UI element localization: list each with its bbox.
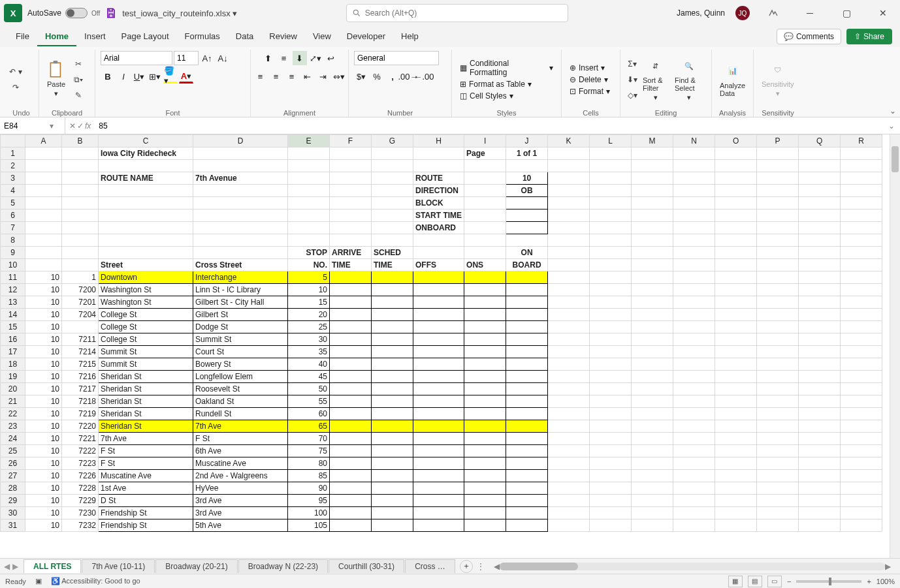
cell[interactable] — [632, 209, 673, 222]
cell[interactable] — [715, 482, 757, 495]
cell[interactable] — [632, 408, 673, 420]
cell[interactable]: BOARD — [506, 259, 548, 271]
cell[interactable] — [632, 507, 673, 519]
cell[interactable] — [413, 420, 464, 433]
spreadsheet-grid[interactable]: ABCDEFGHIJKLMNOPQR1Iowa City RidecheckPa… — [0, 134, 900, 558]
row-header[interactable]: 23 — [1, 420, 25, 433]
cell[interactable]: 7th Ave — [99, 433, 193, 445]
cell[interactable] — [590, 234, 632, 247]
cell[interactable] — [413, 358, 464, 371]
cell[interactable] — [506, 296, 548, 309]
sheet-tab[interactable]: ALL RTES — [24, 559, 81, 573]
cell[interactable] — [632, 197, 673, 209]
cell[interactable] — [841, 160, 882, 172]
cell[interactable] — [590, 160, 632, 172]
cell[interactable] — [841, 495, 882, 507]
cell[interactable] — [673, 358, 715, 371]
cell[interactable]: 40 — [288, 358, 330, 371]
cell[interactable] — [548, 247, 590, 259]
cell[interactable] — [673, 445, 715, 457]
cell[interactable] — [288, 185, 330, 197]
cell[interactable] — [548, 457, 590, 470]
cell[interactable]: Summit St — [193, 333, 288, 346]
cell[interactable] — [757, 284, 799, 296]
cell[interactable] — [715, 395, 757, 408]
sheet-tab[interactable]: Cross … — [405, 559, 455, 573]
cell[interactable] — [506, 470, 548, 482]
comments-button[interactable]: 💬 Comments — [777, 29, 841, 44]
cell[interactable] — [715, 358, 757, 371]
row-header[interactable]: 13 — [1, 296, 25, 309]
cell[interactable] — [673, 371, 715, 383]
cell[interactable] — [590, 197, 632, 209]
ribbon-tab-file[interactable]: File — [8, 27, 37, 46]
cell[interactable] — [590, 172, 632, 185]
cell[interactable] — [632, 296, 673, 309]
cell[interactable] — [715, 259, 757, 271]
cell[interactable] — [799, 333, 841, 346]
cell[interactable] — [632, 284, 673, 296]
cell[interactable] — [799, 445, 841, 457]
cell[interactable] — [548, 371, 590, 383]
cell[interactable] — [99, 160, 193, 172]
cell[interactable] — [288, 209, 330, 222]
cell[interactable] — [632, 495, 673, 507]
cell[interactable]: 10 — [25, 296, 62, 309]
cell[interactable] — [673, 395, 715, 408]
cell[interactable] — [548, 358, 590, 371]
cell[interactable] — [757, 470, 799, 482]
cell[interactable] — [590, 296, 632, 309]
cell[interactable] — [372, 172, 413, 185]
cell[interactable] — [673, 433, 715, 445]
cell[interactable] — [288, 160, 330, 172]
row-header[interactable]: 3 — [1, 172, 25, 185]
cell[interactable] — [548, 395, 590, 408]
cell[interactable] — [757, 395, 799, 408]
cell[interactable] — [841, 197, 882, 209]
cell[interactable]: 10 — [25, 482, 62, 495]
cell[interactable]: 20 — [288, 309, 330, 321]
cell[interactable] — [799, 420, 841, 433]
ribbon-tab-review[interactable]: Review — [261, 27, 305, 46]
cell[interactable] — [62, 321, 99, 333]
cell[interactable]: 7223 — [62, 457, 99, 470]
cell[interactable] — [673, 160, 715, 172]
cell[interactable]: Bowery St — [193, 358, 288, 371]
cell[interactable] — [506, 284, 548, 296]
cell[interactable] — [413, 408, 464, 420]
align-middle-button[interactable]: ≡ — [277, 51, 291, 65]
cell[interactable] — [590, 247, 632, 259]
cell[interactable]: 7222 — [62, 445, 99, 457]
cell[interactable] — [673, 333, 715, 346]
row-header[interactable]: 22 — [1, 408, 25, 420]
sensitivity-button[interactable]: 🛡Sensitivity▾ — [759, 59, 797, 99]
cell[interactable] — [757, 433, 799, 445]
cell[interactable] — [799, 222, 841, 234]
cell[interactable] — [632, 234, 673, 247]
row-header[interactable]: 2 — [1, 160, 25, 172]
cell[interactable] — [464, 197, 506, 209]
cell[interactable] — [799, 358, 841, 371]
cell[interactable]: 7th Ave — [193, 420, 288, 433]
cell[interactable] — [757, 507, 799, 519]
analyze-data-button[interactable]: 📊Analyze Data — [717, 61, 748, 99]
font-color-button[interactable]: A▾ — [179, 69, 193, 84]
cell[interactable] — [372, 495, 413, 507]
cell[interactable] — [330, 519, 372, 532]
paste-button[interactable]: Paste▾ — [44, 59, 68, 99]
cell[interactable]: 10 — [25, 495, 62, 507]
cell[interactable]: F St — [99, 445, 193, 457]
toggle-off-icon[interactable] — [65, 8, 88, 18]
cell[interactable] — [464, 457, 506, 470]
find-select-button[interactable]: 🔍Find & Select▾ — [672, 55, 706, 103]
cell[interactable] — [590, 395, 632, 408]
number-format-select[interactable] — [354, 51, 439, 65]
cell[interactable] — [413, 495, 464, 507]
cell[interactable] — [413, 160, 464, 172]
cell[interactable] — [590, 259, 632, 271]
cell[interactable] — [841, 358, 882, 371]
cell[interactable] — [715, 147, 757, 160]
row-header[interactable]: 20 — [1, 383, 25, 395]
cell[interactable] — [330, 358, 372, 371]
page-layout-view-button[interactable]: ▤ — [748, 576, 762, 587]
